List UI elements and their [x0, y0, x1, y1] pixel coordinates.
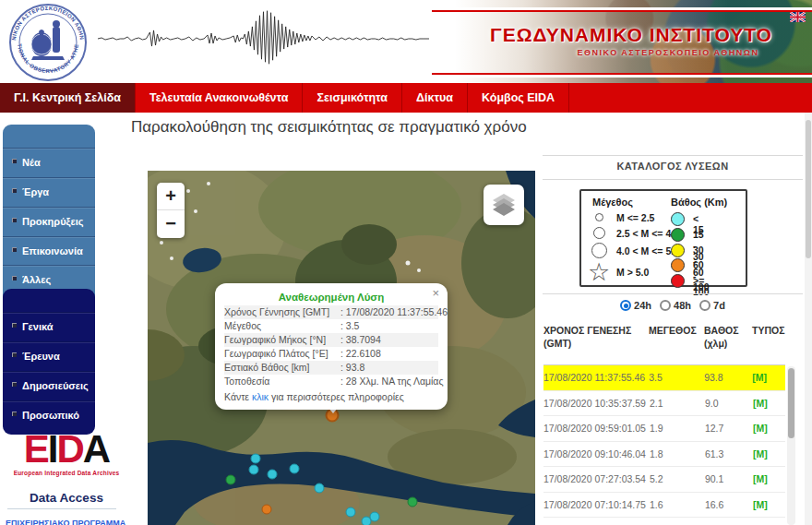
earthquake-marker[interactable] [346, 507, 356, 518]
observatory-seal-logo[interactable]: ΕΘΝΙΚΟΝ ΑΣΤΕΡΟΣΚΟΠΕΙΟΝ ΑΘΗΝΩΝ NATIONAL O… [6, 3, 90, 82]
bullet-icon [12, 188, 17, 193]
event-depth: 12.7 [705, 423, 753, 434]
zoom-in-button[interactable]: + [157, 183, 185, 210]
sidebar-menu-primary: Νέα Έργα Προκηρύξεις Επικοινωνία Άλλες Ι… [3, 125, 95, 314]
sidebar-item[interactable]: Νέα [3, 148, 95, 177]
earthquake-marker[interactable] [251, 454, 261, 464]
popup-row-label: Τοποθεσία [224, 375, 340, 388]
earthquake-marker[interactable] [408, 497, 418, 507]
magnitude-label: M <= 2.5 [616, 212, 654, 223]
event-magnitude: 1.6 [650, 499, 705, 510]
popup-title: Αναθεωρημένη Λύση [224, 290, 438, 305]
popup-row: Τοποθεσία : 28 Χλμ. ΝΑ της Λαμίας [224, 375, 438, 388]
sidebar-item[interactable]: Προκηρύξεις [3, 207, 95, 236]
uk-flag-icon[interactable] [790, 9, 806, 26]
nav-item[interactable]: Τελευταία Ανακοινωθέντα [136, 83, 304, 113]
sidebar-item[interactable]: Προσωπικό [3, 400, 95, 430]
earthquake-marker[interactable] [262, 505, 272, 515]
nav-item[interactable]: Κόμβος EIDA [468, 83, 569, 113]
magnitude-star-icon: ☆ [588, 259, 610, 284]
earthquake-marker[interactable] [268, 470, 278, 480]
sidebar-item[interactable]: Έρευνα [3, 341, 95, 371]
depth-legend-title: Βάθος (Km) [671, 197, 727, 208]
event-type: [M] [753, 423, 785, 434]
popup-row-label: Γεωγραφικό Πλάτος [°E] [224, 347, 340, 361]
page-scrollbar[interactable] [805, 113, 812, 525]
event-time: 17/08/2020 07:27:03.54 [543, 473, 650, 484]
sidebar-item[interactable]: Δημοσιεύσεις [3, 371, 95, 400]
result-row[interactable]: 17/08/2020 07:27:03.54 5.2 90.1 [M] [543, 467, 785, 493]
results-scrollbar-thumb[interactable] [788, 368, 794, 438]
radio-icon [620, 300, 631, 311]
close-icon[interactable]: × [432, 286, 439, 300]
earthquake-marker[interactable] [249, 465, 259, 475]
event-type: [M] [752, 372, 785, 383]
radio-icon [699, 300, 710, 311]
earthquake-marker[interactable] [226, 475, 236, 485]
sidebar-item[interactable]: Επικοινωνία [3, 236, 95, 266]
map-legend: Μέγεθος M <= 2.5 2.5 < M <= 4.0 4.0 < M … [579, 189, 747, 287]
popup-row-value: : 93.8 [340, 361, 438, 375]
eida-logo-block[interactable]: EIDA European Integrated Data Archives D… [6, 430, 127, 505]
result-row[interactable]: 17/08/2020 06:38:16.30 1.7 4.7 [M] [543, 518, 785, 525]
event-time: 17/08/2020 11:37:55.46 [543, 372, 649, 383]
event-time: 17/08/2020 09:59:01.05 [543, 423, 650, 434]
bullet-icon [12, 159, 17, 163]
event-type: [M] [753, 398, 785, 409]
popup-row-value: : 28 Χλμ. ΝΑ της Λαμίας [340, 375, 443, 388]
earthquake-marker[interactable] [370, 512, 380, 522]
bullet-icon [12, 276, 17, 280]
nav-item[interactable]: Δίκτυα [402, 83, 468, 113]
magnitude-legend-title: Μέγεθος [592, 197, 633, 208]
popup-row: Χρόνος Γέννησης [GMT] : 17/08/2020 11:37… [224, 305, 438, 319]
popup-row-value: : 17/08/2020 11:37:55.46 [340, 305, 448, 319]
page: ΕΘΝΙΚΟΝ ΑΣΤΕΡΟΣΚΟΠΕΙΟΝ ΑΘΗΝΩΝ NATIONAL O… [0, 0, 812, 525]
result-row[interactable]: 17/08/2020 09:10:46.04 1.8 61.3 [M] [543, 442, 785, 468]
popup-row-value: : 22.6108 [340, 347, 438, 361]
event-type: [M] [753, 473, 785, 484]
bullet-icon [12, 352, 17, 357]
data-access-link[interactable]: Data Access [6, 491, 127, 505]
result-row[interactable]: 17/08/2020 11:37:55.46 3.5 93.8 [M] [543, 365, 785, 391]
sidebar-item[interactable]: Έργα [3, 177, 95, 207]
column-header-magnitude: ΜΕΓΕΘΟΣ [649, 325, 704, 350]
popup-row: Γεωγραφικό Πλάτος [°E] : 22.6108 [224, 347, 438, 361]
sidebar-menu-secondary: Γενικά Έρευνα Δημοσιεύσεις Προσωπικό [3, 289, 95, 435]
more-info-link[interactable]: κλικ [252, 391, 269, 402]
map-zoom-control: + − [157, 183, 185, 238]
event-depth: 90.1 [705, 473, 753, 484]
seismogram-trace [98, 6, 430, 76]
popup-row: Εστιακό Βάθος [km] : 93.8 [224, 361, 438, 375]
event-depth: 61.3 [705, 448, 753, 459]
magnitude-label: M > 5.0 [616, 267, 649, 278]
earthquake-marker[interactable] [290, 464, 300, 474]
period-radio[interactable]: 48h [660, 300, 691, 311]
results-scrollbar[interactable] [787, 366, 795, 525]
nav-item[interactable]: Γ.Ι. Κεντρική Σελίδα [0, 83, 136, 113]
radio-icon [660, 300, 671, 311]
event-magnitude: 5.2 [650, 473, 705, 484]
bullet-icon [12, 247, 17, 252]
event-magnitude: 2.1 [650, 398, 705, 409]
earthquake-marker[interactable] [315, 483, 325, 494]
period-radio[interactable]: 24h [620, 300, 651, 311]
nav-item[interactable]: Σεισμικότητα [303, 83, 402, 113]
layers-icon [491, 192, 517, 218]
main-navbar: Γ.Ι. Κεντρική ΣελίδαΤελευταία Ανακοινωθέ… [0, 83, 812, 113]
divider [7, 508, 116, 509]
period-selector: 24h 48h 7d [543, 300, 803, 311]
event-time: 17/08/2020 07:10:14.75 [543, 499, 650, 510]
seismicity-map[interactable]: + − × Αναθεωρημένη Λύση Χρόνος Γέννησης … [148, 171, 535, 525]
institute-title: ΓΕΩΔΥΝΑΜΙΚΟ ΙΝΣΤΙΤΟΥΤΟ [460, 24, 803, 46]
column-header-depth: ΒΑΘΟΣ (χλμ) [704, 325, 752, 350]
result-row[interactable]: 17/08/2020 07:10:14.75 1.6 16.6 [M] [543, 493, 785, 519]
sidebar-item[interactable]: Γενικά [3, 312, 95, 341]
map-layers-button[interactable] [484, 185, 524, 225]
page-scrollbar-thumb[interactable] [806, 120, 811, 258]
zoom-out-button[interactable]: − [157, 210, 185, 238]
event-type: [M] [753, 448, 785, 459]
result-row[interactable]: 17/08/2020 09:59:01.05 1.9 12.7 [M] [543, 416, 785, 442]
eida-logo: EIDA [6, 430, 127, 469]
result-row[interactable]: 17/08/2020 10:35:37.59 2.1 9.0 [M] [543, 391, 785, 417]
period-radio[interactable]: 7d [699, 300, 725, 311]
